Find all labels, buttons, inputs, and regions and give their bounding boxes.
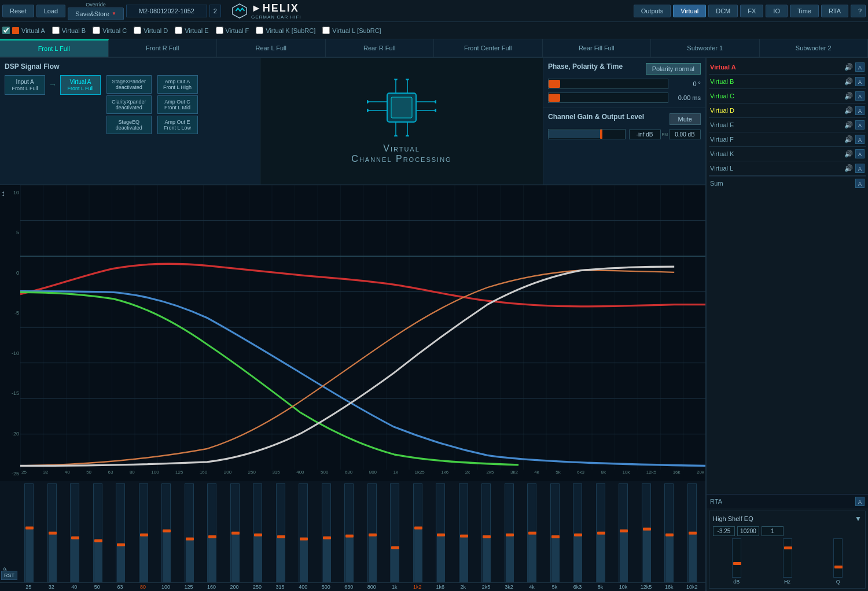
nav-time[interactable]: Time: [790, 5, 819, 17]
a-button-f[interactable]: A: [855, 135, 865, 144]
virtual-d-item[interactable]: Virtual D: [134, 27, 168, 34]
phase-slider-2[interactable]: [548, 93, 668, 103]
fader-col-15[interactable]: [361, 483, 384, 582]
virtual-l-item[interactable]: Virtual L [SubRC]: [322, 27, 381, 34]
fader-col-17[interactable]: [407, 483, 429, 582]
virtual-d-checkbox[interactable]: [134, 27, 141, 34]
mute-button[interactable]: Mute: [670, 113, 701, 125]
hs-q-input[interactable]: [762, 526, 784, 536]
fader-col-14[interactable]: [338, 483, 361, 582]
fader-track-8[interactable]: [207, 483, 216, 582]
fader-track-3[interactable]: [93, 483, 102, 582]
a-button-a[interactable]: A: [855, 62, 865, 72]
sidebar-item-virtual-a[interactable]: Virtual A 🔊 A: [709, 60, 866, 75]
fader-col-20[interactable]: [475, 483, 498, 582]
speaker-icon-e[interactable]: 🔊: [844, 121, 853, 129]
fader-track-14[interactable]: [344, 483, 354, 582]
sidebar-item-virtual-c[interactable]: Virtual C 🔊 A: [709, 89, 866, 104]
fader-track-19[interactable]: [459, 483, 468, 582]
virtual-k-item[interactable]: Virtual K [SubRC]: [256, 27, 315, 34]
nav-virtual[interactable]: Virtual: [673, 5, 706, 17]
fader-track-21[interactable]: [505, 483, 514, 582]
fader-track-24[interactable]: [573, 483, 582, 582]
fader-track-25[interactable]: [596, 483, 605, 582]
virtual-a-checkbox[interactable]: [2, 27, 10, 34]
fader-col-11[interactable]: [270, 483, 292, 582]
fader-col-3[interactable]: [87, 483, 109, 582]
fader-col-28[interactable]: [658, 483, 681, 582]
channel-tab-7[interactable]: Subwoofer 2: [760, 39, 869, 57]
fader-track-15[interactable]: [367, 483, 377, 582]
fader-track-23[interactable]: [550, 483, 560, 582]
fader-col-27[interactable]: [635, 483, 658, 582]
fader-track-22[interactable]: [527, 483, 536, 582]
nav-rta[interactable]: RTA: [821, 5, 848, 17]
fader-col-23[interactable]: [544, 483, 567, 582]
fader-col-1[interactable]: [41, 483, 64, 582]
hs-dropdown-icon[interactable]: ▼: [855, 515, 862, 523]
fader-col-24[interactable]: [567, 483, 589, 582]
fader-track-17[interactable]: [413, 483, 422, 582]
hs-fader-db[interactable]: dB: [713, 538, 760, 585]
fader-track-1[interactable]: [47, 483, 57, 582]
fader-col-21[interactable]: [498, 483, 521, 582]
fader-col-16[interactable]: [384, 483, 406, 582]
amp-out-c[interactable]: Amp Out CFront L Mid: [157, 95, 198, 114]
fader-track-7[interactable]: [185, 483, 194, 582]
fader-col-2[interactable]: [64, 483, 86, 582]
speaker-icon-f[interactable]: 🔊: [844, 135, 853, 143]
sidebar-item-virtual-d[interactable]: Virtual D 🔊 A: [709, 104, 866, 118]
virtual-a-item[interactable]: Virtual A: [2, 27, 45, 34]
fader-col-9[interactable]: [224, 483, 247, 582]
sidebar-item-virtual-k[interactable]: Virtual K 🔊 A: [709, 147, 866, 161]
virtual-k-checkbox[interactable]: [256, 27, 263, 34]
fader-col-26[interactable]: [612, 483, 635, 582]
fader-col-19[interactable]: [453, 483, 475, 582]
a-button-c[interactable]: A: [855, 91, 865, 101]
sidebar-item-virtual-f[interactable]: Virtual F 🔊 A: [709, 132, 866, 147]
speaker-icon-b[interactable]: 🔊: [844, 77, 853, 86]
help-button[interactable]: ?: [851, 5, 866, 17]
fader-col-8[interactable]: [201, 483, 223, 582]
virtual-e-checkbox[interactable]: [175, 27, 182, 34]
channel-tab-3[interactable]: Rear R Full: [326, 39, 435, 57]
reset-button[interactable]: Reset: [2, 5, 34, 17]
a-button-b[interactable]: A: [855, 77, 865, 86]
hs-fader-hz[interactable]: Hz: [764, 538, 811, 585]
fader-track-26[interactable]: [619, 483, 628, 582]
fader-col-22[interactable]: [521, 483, 543, 582]
fader-col-4[interactable]: [109, 483, 132, 582]
load-button[interactable]: Load: [36, 5, 65, 17]
speaker-icon-d[interactable]: 🔊: [844, 106, 853, 114]
a-button-d[interactable]: A: [855, 106, 865, 115]
virtual-b-checkbox[interactable]: [52, 27, 60, 34]
fader-track-27[interactable]: [642, 483, 651, 582]
sidebar-item-virtual-b[interactable]: Virtual B 🔊 A: [709, 75, 866, 89]
fader-track-11[interactable]: [276, 483, 285, 582]
amp-out-a[interactable]: Amp Out AFront L High: [157, 75, 198, 94]
fader-track-6[interactable]: [161, 483, 171, 582]
fader-track-2[interactable]: [70, 483, 79, 582]
fader-col-18[interactable]: [429, 483, 452, 582]
sidebar-item-virtual-l[interactable]: Virtual L 🔊 A: [709, 161, 866, 176]
fader-track-5[interactable]: [139, 483, 148, 582]
fader-col-7[interactable]: [178, 483, 201, 582]
channel-tab-4[interactable]: Front Center Full: [434, 39, 543, 57]
channel-tab-5[interactable]: Rear Fill Full: [543, 39, 652, 57]
fader-track-16[interactable]: [390, 483, 399, 582]
fader-col-25[interactable]: [590, 483, 612, 582]
channel-tab-2[interactable]: Rear L Full: [217, 39, 326, 57]
hs-db-input[interactable]: [713, 526, 735, 536]
sidebar-item-virtual-e[interactable]: Virtual E 🔊 A: [709, 118, 866, 132]
virtual-f-checkbox[interactable]: [216, 27, 223, 34]
fader-track-18[interactable]: [436, 483, 445, 582]
clarityxpander-node[interactable]: ClarityXpanderdeactivated: [106, 95, 152, 114]
virtual-node[interactable]: Virtual AFront L Full: [60, 75, 101, 95]
virtual-l-checkbox[interactable]: [322, 27, 330, 34]
virtual-f-item[interactable]: Virtual F: [216, 27, 249, 34]
fader-col-12[interactable]: [292, 483, 315, 582]
fader-track-4[interactable]: [116, 483, 125, 582]
amp-out-e[interactable]: Amp Out EFront L Low: [157, 116, 198, 134]
polarity-button[interactable]: Polarity normal: [646, 63, 701, 75]
nav-fx[interactable]: FX: [740, 5, 763, 17]
